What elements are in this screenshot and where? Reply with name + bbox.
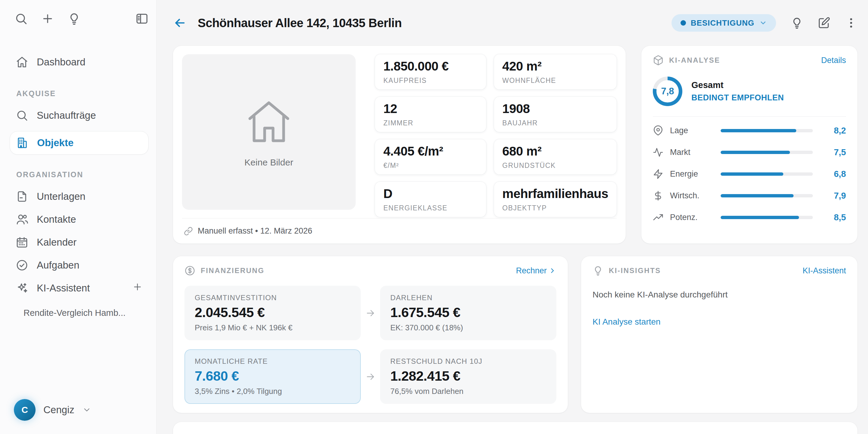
stat-objekttyp: mehrfamilienhaus OBJEKTTYP [494,182,617,217]
arrow-left-icon [173,16,187,30]
metric-label: Lage [670,126,721,135]
edit-button[interactable] [818,17,830,29]
tile-value: 1.282.415 € [390,368,546,384]
finanzierung-header: FINANZIERUNG Rechner [184,265,556,276]
back-button[interactable] [173,16,187,30]
search-icon [16,109,28,122]
property-source-row: Manuell erfasst • 12. März 2026 [182,218,617,244]
tile-label: DARLEHEN [390,293,546,302]
avatar: C [14,399,36,421]
stat-value: 12 [383,101,478,116]
sidebar-item-dashboard[interactable]: Dashboard [10,51,149,73]
divider [653,116,846,117]
score-value: 7,8 [661,86,674,97]
search-button[interactable] [14,12,28,25]
stat-label: OBJEKTTYP [502,204,608,212]
sidebar-item-kalender[interactable]: Kalender [10,231,149,254]
new-chat-button[interactable] [132,282,143,294]
ideas-button[interactable] [67,12,81,25]
link-icon [184,227,193,236]
user-name: Cengiz [43,404,74,415]
overall-score-row: 7,8 Gesamt BEDINGT EMPFOHLEN [653,76,846,106]
tile-value: 2.045.545 € [195,305,350,320]
metric-label: Potenz. [670,213,721,222]
stat-label: WOHNFLÄCHE [502,76,608,85]
sparkles-icon [16,282,28,294]
metric-value: 8,2 [820,126,846,135]
stat-preis-pro-qm: 4.405 €/m² €/M² [375,139,486,175]
sidebar-item-label: Dashboard [37,56,85,68]
stat-value: 1908 [502,101,608,116]
metric-bar [721,216,813,219]
tile-value: 7.680 € [195,368,350,384]
status-dropdown[interactable]: BESICHTIGUNG [672,14,776,32]
ki-analyse-card: KI-ANALYSE Details 7,8 Gesamt BEDINGT EM… [641,46,858,244]
tile-darlehen: DARLEHEN 1.675.545 € EK: 370.000 € (18%) [380,286,556,340]
house-icon [244,96,294,147]
metric-bar [721,194,813,197]
tile-sub: 3,5% Zins • 2,0% Tilgung [195,387,350,396]
chat-history-item[interactable]: Rendite-Vergleich Hamb... [24,308,149,318]
dollar-icon [653,190,663,201]
sidebar-item-aufgaben[interactable]: Aufgaben [10,254,149,277]
start-analysis-link[interactable]: KI Analyse starten [592,317,846,327]
finanzierung-grid: GESAMTINVESTITION 2.045.545 € Preis 1,9 … [184,286,556,404]
flow-arrow [361,349,380,404]
new-item-button[interactable] [41,12,54,25]
property-summary-card: Keine Bilder 1.850.000 € KAUFPREIS 420 m… [173,46,626,244]
sidebar-item-unterlagen[interactable]: Unterlagen [10,185,149,208]
stat-kaufpreis: 1.850.000 € KAUFPREIS [375,54,486,90]
circle-dollar-icon [184,265,195,276]
metric-bar [721,173,813,176]
more-options-button[interactable] [845,17,858,29]
zap-icon [653,169,663,179]
stat-label: KAUFPREIS [383,76,478,85]
content-row-2: FINANZIERUNG Rechner GESAMTINVESTITION 2… [173,256,858,413]
users-icon [16,213,28,226]
stat-value: D [383,187,478,201]
chevron-right-icon [549,267,556,275]
check-circle-icon [16,259,28,272]
arrow-right-icon [365,308,376,318]
image-placeholder[interactable]: Keine Bilder [182,54,355,210]
finanzierung-card: FINANZIERUNG Rechner GESAMTINVESTITION 2… [173,256,568,413]
stat-baujahr: 1908 BAUJAHR [494,97,617,132]
activity-icon [653,147,663,158]
main-content: Schönhauser Allee 142, 10435 Berlin BESI… [157,0,868,434]
metric-row-lage: Lage 8,2 [653,120,846,141]
metric-value: 6,8 [820,169,846,179]
building-icon [16,136,29,149]
metric-bar [721,151,813,154]
content-row-1: Keine Bilder 1.850.000 € KAUFPREIS 420 m… [173,46,858,244]
details-link[interactable]: Details [821,56,846,65]
sidebar-item-suchauftraege[interactable]: Suchaufträge [10,104,149,127]
stat-label: BAUJAHR [502,119,608,127]
sidebar-item-objekte[interactable]: Objekte [10,131,149,155]
score-verdict: BEDINGT EMPFOHLEN [691,93,784,102]
next-section-card-partial [173,422,858,434]
lightbulb-icon [592,265,603,276]
status-label: BESICHTIGUNG [691,19,754,28]
sidebar-item-ki-assistent[interactable]: KI-Assistent [10,277,149,300]
tile-monatliche-rate: MONATLICHE RATE 7.680 € 3,5% Zins • 2,0%… [184,349,361,404]
no-images-label: Keine Bilder [244,157,293,167]
search-icon [14,12,28,25]
stat-value: 4.405 €/m² [383,144,478,158]
sidebar-item-label: Objekte [37,137,73,149]
ki-analyse-header: KI-ANALYSE Details [653,55,846,66]
panel-toggle-icon [135,12,149,25]
sidebar-section-akquise: AKQUISE [16,89,149,98]
edit-icon [818,17,830,29]
metric-value: 7,9 [820,191,846,201]
tile-label: MONATLICHE RATE [195,357,350,366]
insights-button[interactable] [790,17,803,29]
ki-assistent-link[interactable]: KI-Assistent [803,266,846,276]
metric-label: Markt [670,148,721,157]
user-menu[interactable]: C Cengiz [10,399,149,421]
sidebar-item-kontakte[interactable]: Kontakte [10,208,149,231]
rechner-link[interactable]: Rechner [516,266,556,276]
ki-insights-card: KI-INSIGHTS KI-Assistent Noch keine KI-A… [581,256,858,413]
metric-row-wirtschaftlichkeit: Wirtsch. 7,9 [653,185,846,207]
metric-label: Wirtsch. [670,191,721,200]
sidebar-toggle-button[interactable] [135,12,149,25]
